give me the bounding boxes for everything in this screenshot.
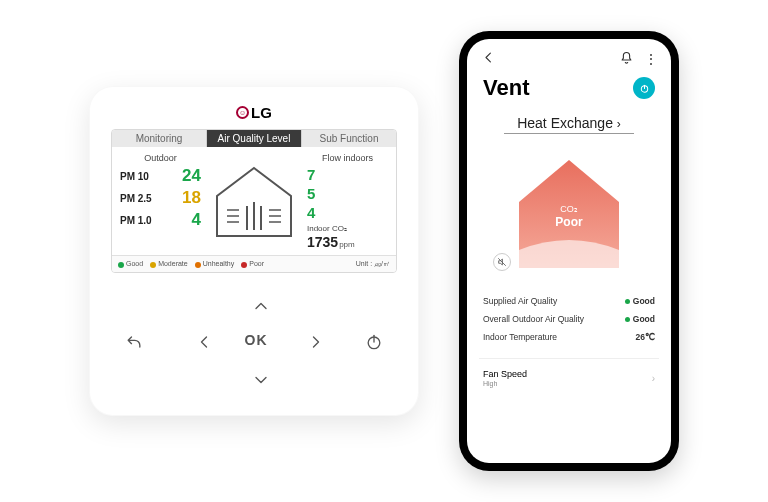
flow-value-2: 5 — [307, 185, 315, 202]
legend-unhealthy: Unhealthy — [203, 260, 235, 267]
app-power-button[interactable] — [633, 77, 655, 99]
flow-value-3: 4 — [307, 204, 315, 221]
more-icon[interactable]: ⋮ — [644, 51, 657, 67]
chevron-right-icon: › — [652, 373, 655, 384]
back-button[interactable] — [481, 50, 496, 69]
readouts: Supplied Air Quality Good Overall Outdoo… — [467, 288, 671, 354]
tab-monitoring[interactable]: Monitoring — [112, 130, 207, 147]
tab-bar: Monitoring Air Quality Level Sub Functio… — [112, 130, 396, 147]
house-quality-label: Poor — [555, 215, 583, 229]
pm25-value: 18 — [182, 188, 201, 208]
wall-controller: ☺ LG Monitoring Air Quality Level Sub Fu… — [89, 86, 419, 416]
nav-up-button[interactable] — [246, 291, 276, 321]
house-diagram — [209, 153, 299, 251]
mute-icon[interactable] — [493, 253, 511, 271]
co2-label: Indoor CO₂ — [307, 224, 388, 233]
flow-column: Flow indoors 7 5 4 Indoor CO₂ 1735ppm — [307, 153, 388, 251]
phone-screen: ⋮ Vent Heat Exchange › — [467, 39, 671, 463]
indoor-temp-label: Indoor Temperature — [483, 332, 557, 342]
pm1-value: 4 — [192, 210, 201, 230]
hardware-buttons: OK — [111, 287, 397, 407]
co2-unit: ppm — [339, 240, 355, 249]
page-title: Vent — [483, 75, 529, 101]
tab-sub-function[interactable]: Sub Function — [302, 130, 396, 147]
supplied-value: Good — [625, 296, 655, 306]
power-button[interactable] — [359, 327, 389, 357]
nav-down-button[interactable] — [246, 365, 276, 395]
ok-button[interactable]: OK — [236, 325, 276, 355]
phone-device: ⋮ Vent Heat Exchange › — [459, 31, 679, 471]
outdoor-column: Outdoor PM 10 24 PM 2.5 18 PM 1.0 4 — [120, 153, 201, 251]
tab-air-quality-level[interactable]: Air Quality Level — [207, 130, 302, 147]
app-top-bar: ⋮ — [467, 39, 671, 73]
house-co2-label: CO₂ — [560, 204, 578, 214]
overall-value: Good — [625, 314, 655, 324]
fan-speed-row[interactable]: Fan Speed High › — [467, 363, 671, 393]
pm10-label: PM 10 — [120, 171, 149, 182]
divider — [479, 358, 659, 359]
mode-selector[interactable]: Heat Exchange › — [467, 111, 671, 140]
indoor-temp-value: 26℃ — [636, 332, 655, 342]
pm10-value: 24 — [182, 166, 201, 186]
fan-speed-label: Fan Speed — [483, 369, 527, 379]
brand-logo: ☺ LG — [111, 104, 397, 121]
fan-speed-value: High — [483, 380, 527, 387]
brand-text: LG — [251, 104, 272, 121]
supplied-label: Supplied Air Quality — [483, 296, 557, 306]
lg-face-icon: ☺ — [236, 106, 249, 119]
controller-screen: Monitoring Air Quality Level Sub Functio… — [111, 129, 397, 273]
legend-poor: Poor — [249, 260, 264, 267]
legend-unit: Unit : ㎍/㎥ — [356, 259, 390, 269]
undo-button[interactable] — [119, 327, 149, 357]
notification-icon[interactable] — [619, 50, 634, 69]
legend-moderate: Moderate — [158, 260, 188, 267]
nav-left-button[interactable] — [189, 327, 219, 357]
pm25-label: PM 2.5 — [120, 193, 152, 204]
pm1-label: PM 1.0 — [120, 215, 152, 226]
flow-heading: Flow indoors — [307, 153, 388, 163]
legend-good: Good — [126, 260, 143, 267]
legend-bar: Good Moderate Unhealthy Poor Unit : ㎍/㎥ — [112, 255, 396, 272]
co2-value: 1735 — [307, 234, 338, 250]
chevron-right-icon: › — [617, 117, 621, 131]
overall-label: Overall Outdoor Air Quality — [483, 314, 584, 324]
flow-value-1: 7 — [307, 166, 315, 183]
house-graphic: CO₂ Poor — [509, 152, 629, 272]
mode-label: Heat Exchange — [517, 115, 613, 131]
outdoor-heading: Outdoor — [120, 153, 201, 163]
nav-right-button[interactable] — [301, 327, 331, 357]
